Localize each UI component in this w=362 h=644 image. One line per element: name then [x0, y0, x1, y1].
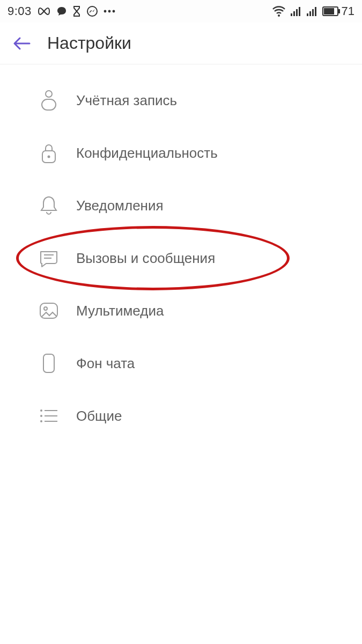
list-icon [38, 405, 60, 427]
svg-point-24 [40, 415, 42, 417]
settings-item-general[interactable]: Общие [0, 390, 362, 442]
svg-rect-6 [293, 11, 295, 16]
settings-item-multimedia[interactable]: Мультимедиа [0, 284, 362, 337]
page-title: Настройки [47, 33, 131, 53]
more-icon [104, 10, 115, 13]
svg-point-0 [87, 6, 97, 16]
settings-item-account[interactable]: Учётная запись [0, 74, 362, 127]
app-header: Настройки [0, 23, 362, 64]
svg-rect-10 [309, 11, 311, 16]
settings-item-label: Мультимедиа [76, 303, 164, 319]
svg-rect-22 [43, 354, 54, 372]
svg-point-4 [278, 14, 280, 17]
svg-point-3 [112, 10, 115, 13]
svg-point-23 [40, 409, 42, 412]
media-icon [38, 299, 60, 322]
phone-icon [38, 352, 60, 375]
signal-1-icon [290, 6, 302, 17]
messenger-icon [86, 5, 98, 17]
infinity-icon [37, 8, 51, 15]
svg-point-16 [46, 91, 52, 97]
bell-icon [38, 194, 60, 217]
back-arrow-icon [12, 36, 31, 51]
wifi-icon [272, 6, 286, 17]
settings-list: Учётная запись Конфиденциальность Уведом… [0, 64, 362, 442]
svg-rect-12 [315, 7, 316, 16]
chat-icon [38, 247, 60, 269]
svg-rect-8 [299, 7, 300, 16]
settings-item-label: Фон чата [76, 355, 135, 372]
svg-rect-11 [312, 9, 314, 16]
battery-icon [322, 6, 341, 16]
svg-rect-14 [338, 9, 340, 13]
settings-item-label: Конфиденциальность [76, 145, 218, 162]
hourglass-icon [72, 5, 81, 17]
lock-icon [38, 142, 60, 164]
signal-2-icon [306, 6, 318, 17]
svg-point-21 [44, 307, 47, 310]
status-left: 9:03 [8, 4, 115, 18]
status-clock: 9:03 [8, 4, 32, 18]
battery-percent: 71 [342, 4, 354, 18]
svg-point-2 [108, 10, 110, 13]
back-button[interactable] [11, 33, 32, 54]
svg-rect-7 [296, 9, 298, 16]
svg-rect-15 [324, 8, 334, 14]
svg-point-25 [40, 420, 42, 422]
battery-indicator: 71 [322, 4, 354, 18]
settings-item-label: Учётная запись [76, 92, 177, 109]
status-bar: 9:03 71 [0, 0, 362, 23]
chat-bubble-icon [56, 6, 67, 17]
settings-item-chat-background[interactable]: Фон чата [0, 337, 362, 390]
svg-point-19 [48, 156, 50, 158]
svg-rect-17 [42, 99, 56, 110]
user-icon [38, 89, 60, 112]
settings-item-privacy[interactable]: Конфиденциальность [0, 127, 362, 179]
settings-item-label: Общие [76, 408, 122, 425]
svg-rect-9 [307, 13, 308, 16]
svg-point-1 [104, 10, 106, 13]
settings-item-calls-messages[interactable]: Вызовы и сообщения [0, 232, 362, 284]
settings-item-label: Вызовы и сообщения [76, 250, 215, 267]
status-right: 71 [272, 4, 354, 18]
svg-rect-5 [291, 13, 292, 16]
settings-item-label: Уведомления [76, 197, 164, 214]
settings-item-notifications[interactable]: Уведомления [0, 179, 362, 232]
